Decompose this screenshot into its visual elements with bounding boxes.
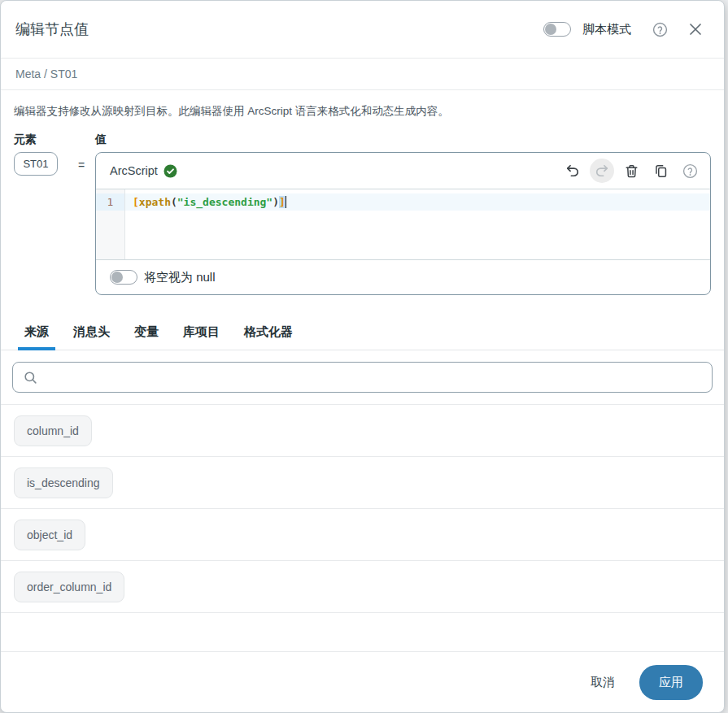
delete-icon[interactable]	[619, 159, 643, 183]
line-number-gutter: 1	[96, 189, 125, 259]
tab-source[interactable]: 来源	[21, 324, 52, 350]
apply-button[interactable]: 应用	[639, 665, 703, 700]
list-item: is_descending	[1, 457, 724, 509]
treat-empty-null-label: 将空视为 null	[144, 270, 216, 285]
dialog-header: 编辑节点值 脚本模式	[1, 1, 724, 59]
code-content[interactable]: [xpath("is_descending")]	[125, 189, 710, 259]
redo-icon[interactable]	[590, 159, 614, 183]
dialog-footer: 取消 应用	[1, 652, 724, 712]
editor-toolbar: ArcScript	[96, 153, 710, 189]
editor-section: 编辑器支持修改从源映射到目标。此编辑器使用 ArcScript 语言来格式化和动…	[1, 90, 724, 295]
editor-options-bar: 将空视为 null	[96, 259, 710, 294]
line-number: 1	[96, 193, 124, 211]
arcscript-editor: ArcScript	[95, 152, 711, 295]
source-field-chip[interactable]: order_column_id	[14, 572, 124, 602]
code-editor[interactable]: 1 [xpath("is_descending")]	[96, 189, 710, 259]
help-icon[interactable]	[647, 17, 672, 41]
search-input[interactable]	[46, 371, 702, 384]
token-paren-close: )	[272, 196, 279, 208]
copy-icon[interactable]	[648, 159, 673, 183]
field-labels-row: 元素 值	[14, 133, 711, 147]
token-function: xpath	[139, 196, 171, 208]
treat-empty-null-toggle[interactable]	[110, 270, 137, 285]
list-item: column_id	[1, 405, 724, 457]
header-controls: 脚本模式	[543, 17, 708, 41]
toggle-knob	[111, 272, 123, 283]
source-field-chip[interactable]: column_id	[14, 415, 92, 446]
editor-description: 编辑器支持修改从源映射到目标。此编辑器使用 ArcScript 语言来格式化和动…	[14, 104, 711, 119]
tab-formatters[interactable]: 格式化器	[241, 324, 296, 350]
source-field-chip[interactable]: object_id	[14, 520, 85, 550]
undo-icon[interactable]	[560, 159, 585, 183]
token-string: "is_descending"	[177, 196, 272, 208]
language-label: ArcScript	[110, 164, 158, 177]
search-row	[1, 350, 724, 404]
cancel-button[interactable]: 取消	[591, 675, 615, 690]
edit-node-value-dialog: 编辑节点值 脚本模式 Meta / ST01 编辑器支持修改从源映射到目标。此编…	[0, 0, 725, 713]
code-line-1: [xpath("is_descending")]	[125, 193, 710, 211]
value-editor-row: ST01 = ArcScript	[14, 152, 711, 295]
tab-library-items[interactable]: 库项目	[180, 324, 223, 350]
search-box[interactable]	[12, 362, 713, 393]
empty-list-space	[1, 613, 724, 652]
tab-variables[interactable]: 变量	[131, 324, 162, 350]
toggle-knob	[545, 24, 556, 35]
value-label: 值	[95, 133, 711, 147]
valid-check-icon	[163, 164, 177, 178]
breadcrumb-row: Meta / ST01	[1, 59, 724, 90]
token-bracket-close: ]	[279, 196, 286, 208]
list-item: order_column_id	[1, 561, 724, 613]
source-tabs: 来源 消息头 变量 库项目 格式化器	[1, 317, 724, 350]
source-item-list: column_id is_descending object_id order_…	[1, 404, 724, 652]
script-mode-label: 脚本模式	[582, 22, 631, 37]
editor-help-icon[interactable]	[678, 159, 702, 183]
script-mode-toggle[interactable]	[543, 22, 571, 37]
token-bracket-open: [	[133, 196, 139, 208]
list-item: object_id	[1, 509, 724, 561]
element-label: 元素	[14, 133, 68, 147]
source-field-chip[interactable]: is_descending	[14, 467, 113, 498]
tab-headers[interactable]: 消息头	[70, 324, 113, 350]
token-paren-open: (	[171, 196, 177, 208]
search-icon	[23, 370, 38, 385]
equals-sign: =	[68, 152, 95, 172]
breadcrumb: Meta / ST01	[15, 67, 77, 80]
element-name-pill: ST01	[14, 152, 58, 176]
dialog-title: 编辑节点值	[15, 20, 89, 39]
close-icon[interactable]	[683, 17, 708, 41]
text-cursor	[286, 196, 287, 208]
